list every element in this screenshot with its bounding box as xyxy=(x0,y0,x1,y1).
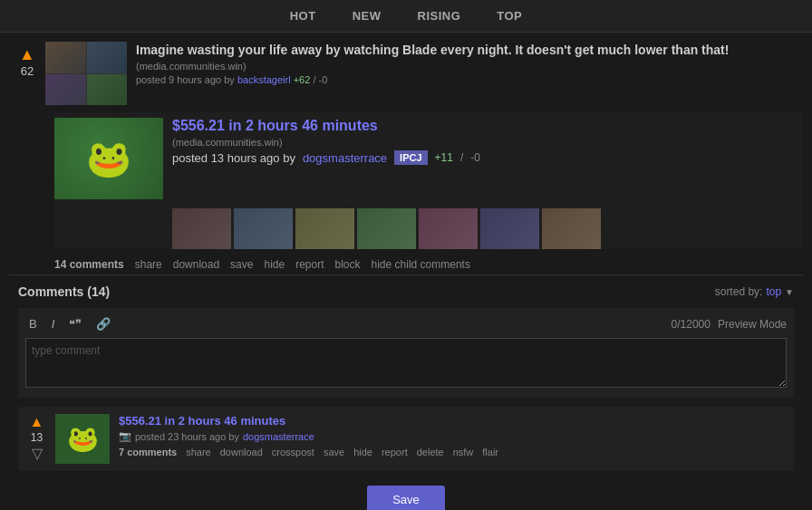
strip-image-3[interactable] xyxy=(295,208,354,249)
comment-post-meta-1: 📷 posted 23 hours ago by dogsmasterrace xyxy=(119,430,787,442)
comments-link[interactable]: 14 comments xyxy=(54,258,124,271)
strip-image-1[interactable] xyxy=(172,208,231,249)
comments-header: Comments (14) sorted by: top ▼ xyxy=(18,284,794,299)
comment-nsfw[interactable]: nsfw xyxy=(453,447,474,457)
camera-icon: 📷 xyxy=(119,430,131,442)
vote-count-1: 62 xyxy=(21,64,34,78)
nav-top[interactable]: TOP xyxy=(497,9,522,23)
sorted-by-value[interactable]: top xyxy=(766,285,781,298)
post2-score-pos: +11 xyxy=(435,151,453,164)
comment-thumbnail-1[interactable]: 🐸 xyxy=(55,414,110,464)
image-strip xyxy=(172,208,803,249)
post2-meta-text: posted 13 hours ago by xyxy=(172,151,295,165)
save-button-container: Save xyxy=(18,475,794,510)
nav-hot[interactable]: HOT xyxy=(290,9,316,23)
report-link[interactable]: report xyxy=(295,258,324,271)
post2-badge: IPCJ xyxy=(394,150,427,165)
comment-vote-count-1: 13 xyxy=(31,431,43,444)
comment-textarea[interactable] xyxy=(25,338,787,388)
top-navigation: HOT NEW RISING TOP xyxy=(0,0,812,33)
comment-vote-1: ▲ 13 ▽ xyxy=(25,414,48,462)
comment-save[interactable]: save xyxy=(324,447,344,457)
post-title-1[interactable]: Imagine wasting your life away by watchi… xyxy=(136,42,803,58)
sorted-by: sorted by: top ▼ xyxy=(715,285,794,298)
post2-info: $556.21 in 2 hours 46 minutes (media.com… xyxy=(172,118,803,169)
nav-rising[interactable]: RISING xyxy=(418,9,461,23)
post2-inner: 🐸 $556.21 in 2 hours 46 minutes (media.c… xyxy=(54,112,803,205)
comment-sub-count[interactable]: 7 comments xyxy=(119,447,177,457)
comment-body-1: $556.21 in 2 hours 46 minutes 📷 posted 2… xyxy=(119,414,787,457)
comment-download[interactable]: download xyxy=(220,447,263,457)
strip-image-6[interactable] xyxy=(480,208,539,249)
thumb-cell-2 xyxy=(87,42,128,73)
comment-item-1: ▲ 13 ▽ 🐸 $556.21 in 2 hours 46 minutes 📷… xyxy=(18,407,794,471)
comment-hide[interactable]: hide xyxy=(353,447,372,457)
bold-button[interactable]: B xyxy=(25,315,41,332)
upvote-button-1[interactable]: ▲ xyxy=(19,46,35,63)
thumb-cell-1 xyxy=(45,42,86,73)
quote-button[interactable]: ❝❞ xyxy=(65,315,85,332)
post2-action-bar: 14 comments share download save hide rep… xyxy=(54,253,803,274)
comment-delete[interactable]: delete xyxy=(417,447,444,457)
strip-image-2[interactable] xyxy=(234,208,293,249)
comments-title: Comments (14) xyxy=(18,284,110,299)
comment-downvote-1[interactable]: ▽ xyxy=(32,445,43,462)
hide-link[interactable]: hide xyxy=(264,258,285,271)
comment-share[interactable]: share xyxy=(186,447,211,457)
comment-actions-1: 7 comments share download crosspost save… xyxy=(119,447,787,457)
comment-post-title-1[interactable]: $556.21 in 2 hours 46 minutes xyxy=(119,414,787,428)
post-score-neg-1: -0 xyxy=(319,74,328,85)
post-author-1[interactable]: backstageirl xyxy=(237,74,291,85)
post2-title[interactable]: $556.21 in 2 hours 46 minutes xyxy=(172,118,803,134)
comment-flair[interactable]: flair xyxy=(482,447,498,457)
download-link[interactable]: download xyxy=(173,258,219,271)
post-info-1: Imagine wasting your life away by watchi… xyxy=(136,42,803,85)
sorted-by-label: sorted by: xyxy=(715,285,763,298)
editor-toolbar: B I ❝❞ 🔗 0/12000 Preview Mode xyxy=(25,315,787,332)
post2-score-neg: -0 xyxy=(470,151,480,164)
post-item-2: 🐸 $556.21 in 2 hours 46 minutes (media.c… xyxy=(54,112,803,249)
post2-thumbnail[interactable]: 🐸 xyxy=(54,118,163,199)
char-count: 0/12000 xyxy=(672,318,710,331)
post-source-1: (media.communities.win) xyxy=(136,61,803,72)
comment-editor: B I ❝❞ 🔗 0/12000 Preview Mode xyxy=(18,308,794,398)
pepe-image: 🐸 xyxy=(54,118,163,199)
vote-section-1: ▲ 62 xyxy=(9,42,45,80)
main-content: ▲ 62 Imagine wasting your life away by w… xyxy=(0,33,812,510)
strip-image-7[interactable] xyxy=(542,208,601,249)
post2-meta: posted 13 hours ago by dogsmasterrace IP… xyxy=(172,150,803,165)
post-slash-1: / xyxy=(313,74,315,85)
preview-mode-button[interactable]: Preview Mode xyxy=(718,318,787,331)
post-meta-1: posted 9 hours ago by backstageirl +62 /… xyxy=(136,74,803,85)
share-link[interactable]: share xyxy=(135,258,162,271)
link-button[interactable]: 🔗 xyxy=(92,315,114,332)
post2-author[interactable]: dogsmasterrace xyxy=(303,151,387,165)
post-score-pos-1: +62 xyxy=(294,74,311,85)
thumb-cell-3 xyxy=(45,74,86,106)
comment-crosspost[interactable]: crosspost xyxy=(272,447,314,457)
comment-meta-time: posted 23 hours ago by xyxy=(135,431,239,442)
block-link[interactable]: block xyxy=(335,258,361,271)
post2-slash: / xyxy=(460,151,463,164)
comment-upvote-1[interactable]: ▲ xyxy=(30,414,44,430)
comment-report[interactable]: report xyxy=(382,447,408,457)
post-meta-text-1: posted 9 hours ago by xyxy=(136,74,235,85)
save-link[interactable]: save xyxy=(230,258,253,271)
nav-new[interactable]: NEW xyxy=(353,9,382,23)
italic-button[interactable]: I xyxy=(48,315,59,332)
thumb-cell-4 xyxy=(87,74,128,106)
hide-child-comments-link[interactable]: hide child comments xyxy=(372,258,470,271)
post2-source: (media.communities.win) xyxy=(172,137,803,148)
save-button[interactable]: Save xyxy=(367,486,445,510)
comments-section: Comments (14) sorted by: top ▼ B I ❝❞ 🔗 … xyxy=(9,274,803,510)
chevron-down-icon[interactable]: ▼ xyxy=(785,287,794,297)
comment-author-1[interactable]: dogsmasterrace xyxy=(243,431,314,442)
strip-image-4[interactable] xyxy=(357,208,416,249)
strip-image-5[interactable] xyxy=(419,208,478,249)
post-thumbnail-1[interactable] xyxy=(45,42,127,105)
post-item-1: ▲ 62 Imagine wasting your life away by w… xyxy=(9,42,803,105)
